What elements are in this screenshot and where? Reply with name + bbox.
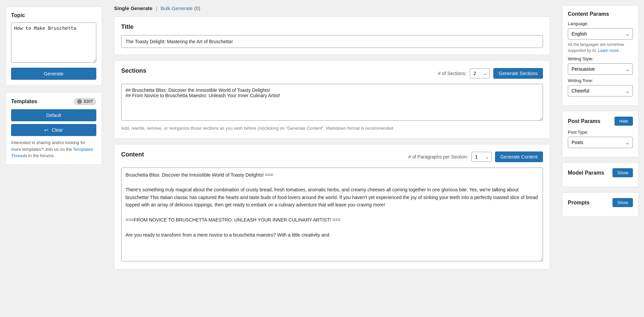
prompts-card: Prompts Show bbox=[562, 192, 639, 217]
generate-sections-button[interactable]: Generate Sections bbox=[493, 68, 543, 79]
title-heading: Title bbox=[121, 23, 543, 30]
learn-more-link[interactable]: Learn more bbox=[598, 48, 618, 53]
content-heading: Content bbox=[121, 151, 144, 158]
templates-header: Templates EDIT bbox=[11, 98, 96, 105]
model-params-title: Model Params bbox=[568, 170, 604, 176]
top-nav: Single Generate | Bulk Generate (0) bbox=[114, 0, 550, 16]
title-input[interactable] bbox=[121, 35, 543, 48]
post-type-select-wrapper: Posts Pages Custom bbox=[568, 137, 633, 148]
show-model-params-button[interactable]: Show bbox=[612, 168, 633, 177]
sections-textarea[interactable]: ## Bruschetta Bliss: Discover the Irresi… bbox=[121, 84, 543, 121]
templates-note: Interested in sharing and/or looking for… bbox=[11, 139, 96, 159]
single-generate-label: Single Generate bbox=[114, 5, 152, 11]
content-card: Content # of Paragraphs per Section: 1 2… bbox=[114, 144, 550, 269]
writing-style-select-wrapper: Persuasive Informative Narrative Descrip… bbox=[568, 63, 633, 75]
num-paragraphs-select-wrapper: 1 2 3 4 5 bbox=[472, 152, 492, 162]
main-content: Single Generate | Bulk Generate (0) Titl… bbox=[107, 0, 557, 317]
edit-label: EDIT bbox=[84, 99, 93, 104]
generate-content-button[interactable]: Generate Content bbox=[495, 151, 543, 162]
post-type-label: Post Type: bbox=[568, 130, 633, 135]
post-type-select[interactable]: Posts Pages Custom bbox=[568, 137, 633, 148]
lang-note-em: somehow bbox=[607, 42, 624, 47]
left-sidebar: Topic How to Make Bruschetta Generate Te… bbox=[0, 0, 107, 317]
prompts-header: Prompts Show bbox=[568, 198, 633, 207]
show-prompts-button[interactable]: Show bbox=[612, 198, 633, 207]
edit-toggle[interactable]: EDIT bbox=[74, 98, 96, 105]
num-sections-select[interactable]: 1 2 3 4 5 bbox=[470, 68, 490, 78]
clear-label: Clear bbox=[52, 127, 63, 133]
templates-note-end: in the forums. bbox=[28, 153, 55, 158]
content-controls: # of Paragraphs per Section: 1 2 3 4 5 G… bbox=[408, 151, 543, 162]
post-params-title: Post Params bbox=[568, 118, 600, 124]
topic-card: Topic How to Make Bruschetta Generate bbox=[5, 7, 102, 85]
title-card: Title bbox=[114, 16, 550, 55]
topic-input[interactable]: How to Make Bruschetta bbox=[11, 22, 96, 63]
bulk-count-val: (0) bbox=[194, 5, 200, 11]
num-sections-label: # of Sections: bbox=[438, 71, 466, 76]
lang-note-text: All the languages are bbox=[568, 42, 607, 47]
content-params-card: Content Params Language: English Spanish… bbox=[562, 5, 639, 106]
model-params-card: Model Params Show bbox=[562, 163, 639, 187]
writing-tone-select[interactable]: Cheerful Professional Casual Formal Humo… bbox=[568, 85, 633, 97]
templates-title: Templates bbox=[11, 99, 37, 105]
num-sections-select-wrapper: 1 2 3 4 5 bbox=[470, 68, 490, 78]
right-sidebar: Content Params Language: English Spanish… bbox=[557, 0, 644, 317]
generate-button[interactable]: Generate bbox=[11, 68, 96, 80]
writing-tone-select-wrapper: Cheerful Professional Casual Formal Humo… bbox=[568, 85, 633, 97]
language-select[interactable]: English Spanish French German Italian Po… bbox=[568, 28, 633, 40]
num-paragraphs-select[interactable]: 1 2 3 4 5 bbox=[472, 152, 492, 162]
undo-icon bbox=[44, 127, 50, 133]
content-section-header: Content # of Paragraphs per Section: 1 2… bbox=[121, 151, 543, 163]
sections-header: Sections # of Sections: 1 2 3 4 5 Genera… bbox=[121, 67, 543, 79]
post-params-header: Post Params Hide bbox=[568, 117, 633, 126]
hide-post-params-button[interactable]: Hide bbox=[614, 117, 633, 126]
language-select-wrapper: English Spanish French German Italian Po… bbox=[568, 28, 633, 40]
writing-style-select[interactable]: Persuasive Informative Narrative Descrip… bbox=[568, 63, 633, 75]
prompts-title: Prompts bbox=[568, 200, 590, 206]
language-note: All the languages are somehow supported … bbox=[568, 42, 633, 54]
clear-button[interactable]: Clear bbox=[11, 124, 96, 136]
bulk-generate-link[interactable]: Bulk Generate bbox=[160, 5, 193, 11]
lang-note-end: supported by AI. bbox=[568, 48, 597, 53]
nav-separator: | bbox=[156, 5, 158, 11]
default-template-button[interactable]: Default bbox=[11, 109, 96, 121]
templates-card: Templates EDIT Default Clear Interested … bbox=[5, 92, 102, 165]
sections-controls: # of Sections: 1 2 3 4 5 Generate Sectio… bbox=[438, 68, 543, 79]
content-textarea[interactable]: Bruschetta Bliss: Discover the Irresisti… bbox=[121, 168, 543, 261]
post-params-card: Post Params Hide Post Type: Posts Pages … bbox=[562, 111, 639, 157]
sections-hint: Add, rewrite, remove, or reorganize thos… bbox=[121, 125, 543, 132]
toggle-dot bbox=[77, 99, 82, 104]
content-params-title: Content Params bbox=[568, 11, 633, 17]
topic-title: Topic bbox=[11, 12, 96, 18]
num-paragraphs-label: # of Paragraphs per Section: bbox=[408, 154, 468, 160]
language-label: Language: bbox=[568, 21, 633, 26]
sections-card: Sections # of Sections: 1 2 3 4 5 Genera… bbox=[114, 60, 550, 139]
model-params-header: Model Params Show bbox=[568, 168, 633, 177]
sections-heading: Sections bbox=[121, 67, 146, 74]
writing-style-label: Writing Style: bbox=[568, 56, 633, 61]
writing-tone-label: Writing Tone: bbox=[568, 78, 633, 83]
